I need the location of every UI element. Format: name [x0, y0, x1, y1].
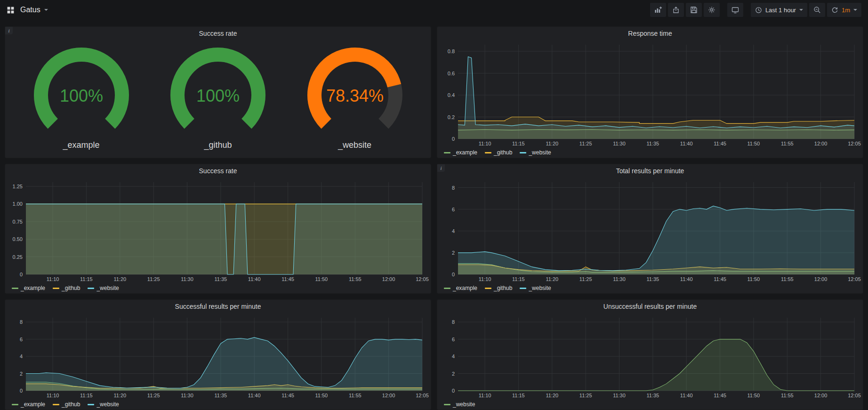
svg-text:8: 8 [20, 319, 23, 325]
graph-canvas[interactable]: 0246811:1011:1511:2011:2511:3011:3511:40… [437, 177, 863, 283]
panel-title[interactable]: Unsuccessful results per minute [437, 300, 863, 313]
svg-text:11:55: 11:55 [781, 276, 794, 282]
legend-item-_github[interactable]: _github [485, 285, 512, 291]
graph-canvas[interactable]: 00.250.500.751.001.2511:1011:1511:2011:2… [5, 177, 431, 283]
grid-icon [7, 6, 15, 14]
svg-text:11:20: 11:20 [546, 276, 558, 282]
share-button[interactable] [668, 3, 684, 17]
graph-canvas[interactable]: 00.20.40.60.811:1011:1511:2011:2511:3011… [437, 40, 863, 147]
legend-label: _github [494, 149, 512, 156]
svg-text:1.00: 1.00 [13, 201, 23, 207]
legend-label: _example [21, 285, 45, 291]
svg-text:11:35: 11:35 [215, 276, 227, 282]
legend-item-_github[interactable]: _github [53, 285, 80, 291]
add-panel-button[interactable] [650, 3, 666, 17]
svg-text:11:45: 11:45 [714, 276, 726, 282]
svg-text:4: 4 [20, 354, 23, 359]
info-icon[interactable]: i [5, 27, 13, 34]
gauge-row: 100%_example100%_github78.34%_website [5, 40, 431, 158]
svg-text:11:25: 11:25 [147, 276, 160, 282]
gauge-label: _website [338, 140, 371, 150]
chevron-down-icon [853, 9, 857, 11]
svg-text:11:35: 11:35 [647, 141, 659, 146]
legend-label: _github [62, 285, 80, 291]
svg-text:12:05: 12:05 [848, 393, 861, 398]
tv-mode-button[interactable] [727, 3, 743, 17]
svg-text:0: 0 [452, 388, 455, 394]
legend: _website [437, 399, 863, 410]
gauge-arc: 100% [21, 46, 142, 139]
legend-item-_example[interactable]: _example [444, 149, 477, 156]
dashboard-title-dropdown[interactable]: Gatus [20, 6, 48, 14]
svg-text:11:50: 11:50 [747, 393, 760, 398]
panel-success-rate-gauges: i Success rate 100%_example100%_github78… [5, 26, 431, 158]
svg-text:11:35: 11:35 [215, 393, 227, 398]
graph-canvas[interactable]: 0246811:1011:1511:2011:2511:3011:3511:40… [437, 313, 863, 399]
legend-swatch [520, 152, 526, 153]
zoom-out-button[interactable] [809, 3, 825, 17]
svg-text:6: 6 [452, 207, 455, 212]
dashboard-grid: i Success rate 100%_example100%_github78… [0, 20, 868, 410]
svg-text:0.8: 0.8 [448, 48, 455, 54]
svg-text:12:00: 12:00 [814, 141, 828, 146]
legend-swatch [12, 288, 18, 289]
legend-item-_website[interactable]: _website [520, 149, 551, 156]
svg-text:6: 6 [452, 337, 455, 342]
dashboard-grid-button[interactable] [7, 6, 15, 14]
svg-text:11:45: 11:45 [281, 393, 294, 398]
legend-item-_website[interactable]: _website [88, 401, 119, 408]
legend: _example_github_website [437, 283, 863, 293]
svg-text:0: 0 [452, 136, 455, 142]
svg-text:11:40: 11:40 [680, 276, 693, 282]
svg-text:11:55: 11:55 [781, 141, 794, 146]
legend-item-_website[interactable]: _website [520, 285, 551, 291]
panel-title[interactable]: Successful results per minute [5, 300, 431, 313]
navbar: Gatus [0, 0, 868, 20]
chevron-down-icon [44, 9, 48, 11]
svg-text:0.75: 0.75 [13, 219, 23, 225]
legend-item-_github[interactable]: _github [485, 149, 512, 156]
svg-text:11:10: 11:10 [479, 141, 491, 146]
legend-item-_website[interactable]: _website [88, 285, 119, 291]
time-range-button[interactable]: Last 1 hour [751, 3, 807, 17]
legend-swatch [53, 404, 59, 405]
legend-label: _website [96, 401, 119, 408]
graph-svg: 0246811:1011:1511:2011:2511:3011:3511:40… [5, 313, 431, 399]
graph-svg: 0246811:1011:1511:2011:2511:3011:3511:40… [437, 313, 863, 399]
panel-title[interactable]: Response time [437, 27, 863, 40]
svg-text:0: 0 [20, 388, 23, 394]
legend-label: _website [529, 149, 551, 156]
legend-item-_example[interactable]: _example [12, 401, 45, 408]
svg-text:1.25: 1.25 [13, 184, 23, 189]
refresh-button[interactable]: 1m [827, 3, 861, 17]
svg-text:0.6: 0.6 [448, 71, 455, 76]
refresh-icon [831, 7, 838, 14]
legend-swatch [485, 288, 491, 289]
legend-item-_example[interactable]: _example [12, 285, 45, 291]
svg-text:12:05: 12:05 [416, 276, 429, 282]
legend-item-_github[interactable]: _github [53, 401, 80, 408]
svg-text:11:25: 11:25 [579, 276, 592, 282]
svg-text:11:20: 11:20 [546, 141, 558, 146]
add-panel-icon [654, 6, 662, 14]
panel-title[interactable]: Total results per minute [437, 164, 863, 177]
navbar-left: Gatus [7, 6, 48, 14]
panel-unsuccessful-results: Unsuccessful results per minute 0246811:… [437, 299, 863, 410]
navbar-right: Last 1 hour 1m [648, 3, 861, 17]
info-icon[interactable]: i [437, 164, 445, 172]
settings-button[interactable] [704, 3, 720, 17]
legend-item-_example[interactable]: _example [444, 285, 477, 291]
svg-text:11:30: 11:30 [613, 393, 626, 398]
legend-item-_website[interactable]: _website [444, 401, 475, 408]
svg-text:11:20: 11:20 [113, 276, 126, 282]
svg-text:11:10: 11:10 [47, 276, 59, 282]
save-button[interactable] [686, 3, 702, 17]
panel-title[interactable]: Success rate [5, 27, 431, 40]
time-range-label: Last 1 hour [765, 7, 796, 14]
graph-canvas[interactable]: 0246811:1011:1511:2011:2511:3011:3511:40… [5, 313, 431, 399]
panel-title[interactable]: Success rate [5, 164, 431, 177]
panel-successful-results: Successful results per minute 0246811:10… [5, 299, 431, 410]
legend-label: _github [62, 401, 80, 408]
svg-text:12:00: 12:00 [382, 393, 395, 398]
svg-text:11:50: 11:50 [747, 276, 760, 282]
